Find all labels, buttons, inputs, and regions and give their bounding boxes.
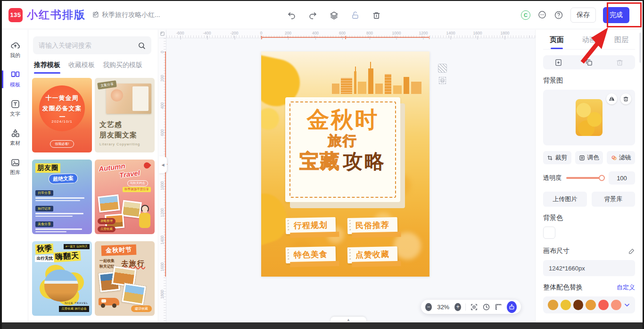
edit-pencil-icon: [92, 11, 99, 19]
poster-tag-itinerary[interactable]: 行程规划: [286, 217, 336, 234]
tab-favorite-templates[interactable]: 收藏模板: [68, 61, 95, 74]
opacity-value[interactable]: 100: [609, 171, 635, 185]
edit-size-icon[interactable]: [628, 248, 635, 254]
template-card-golden-week[interactable]: 十一黄金周 发圈必备文案 2024/10/1 假期必看!: [32, 78, 92, 152]
search-box[interactable]: [33, 36, 151, 54]
delete-icon[interactable]: [372, 10, 381, 20]
upload-image-button[interactable]: 上传图片: [543, 192, 587, 207]
remove-background-icon[interactable]: [620, 93, 631, 104]
templates-icon: [10, 70, 20, 80]
poster-tag-food[interactable]: 特色美食: [286, 246, 336, 263]
feedback-chat-icon[interactable]: [537, 10, 547, 20]
template-card-moments-copy[interactable]: 朋友圈 超绝文案 日常分享 旅行记录 美食分享: [32, 160, 92, 234]
canvas-size-input[interactable]: 1242*1660px: [543, 260, 635, 276]
ruler-corner-icon[interactable]: [159, 30, 166, 38]
search-icon[interactable]: [138, 42, 146, 50]
recolor-label: 整体配色替换: [543, 283, 583, 292]
ruler-label: 400: [312, 31, 319, 35]
nav-item-templates[interactable]: 模板: [2, 65, 28, 93]
zoom-in-button[interactable]: +: [454, 303, 461, 311]
template-card-autumn-outing[interactable]: #一篇文 玩转秋天 秋季 出行无忧 嗨翻天 NICE TRAVEL 点赞收藏 旅…: [32, 241, 92, 316]
nav-item-gallery[interactable]: 图库: [2, 152, 28, 181]
poster-title-line2[interactable]: 旅行: [285, 134, 400, 148]
palette-swatch[interactable]: [548, 300, 558, 310]
opacity-slider[interactable]: [566, 177, 604, 179]
custom-colors-link[interactable]: 自定义: [617, 283, 635, 292]
background-library-button[interactable]: 背景库: [592, 192, 636, 207]
add-page-icon[interactable]: [554, 59, 562, 67]
tab-layers[interactable]: 图层: [614, 35, 628, 49]
cloud-upload-icon: [10, 41, 20, 51]
canvas-toolbar: [287, 1, 381, 29]
ruler-label: 1800: [160, 293, 165, 299]
palette-swatch[interactable]: [586, 300, 596, 310]
ai-assistant-button[interactable]: [507, 301, 517, 313]
nav-item-assets[interactable]: 素材: [2, 123, 28, 152]
done-button[interactable]: 完成: [603, 7, 629, 23]
ruler-label: 1600: [160, 266, 165, 271]
opacity-slider-knob[interactable]: [599, 175, 605, 181]
flip-horizontal-icon[interactable]: [606, 93, 617, 104]
nav-item-mine[interactable]: 我的: [2, 35, 28, 64]
tab-recommended-templates[interactable]: 推荐模板: [34, 61, 60, 74]
tab-page[interactable]: 页面: [550, 35, 564, 49]
undo-icon[interactable]: [287, 10, 296, 20]
transparent-background-icon[interactable]: [438, 64, 447, 73]
ruler-label: 0: [260, 31, 263, 35]
template-card-literary[interactable]: 文案分享 文艺感 朋友圈文案 Literary Copywriting: [95, 78, 155, 152]
horizontal-ruler: -600 -400 -200 0 200 400 600 800 1000 12…: [159, 30, 535, 38]
zoom-out-button[interactable]: −: [425, 303, 432, 311]
nav-item-text[interactable]: 文字: [2, 94, 28, 122]
poster-title-line3[interactable]: 宝藏攻略: [285, 152, 400, 171]
poster-title-line1[interactable]: 金秋时: [285, 109, 400, 131]
palette-swatch[interactable]: [598, 300, 609, 310]
help-icon[interactable]: [554, 10, 563, 20]
palette-swatch[interactable]: [573, 300, 584, 310]
page-image-icon[interactable]: [439, 77, 446, 84]
zoom-toolbar: − 32% +: [421, 300, 521, 314]
palette-swatch[interactable]: [611, 300, 621, 310]
tab-animation[interactable]: 动画: [582, 35, 596, 49]
search-input[interactable]: [39, 42, 138, 49]
window-frame: [0, 0, 644, 1]
filter-button[interactable]: 滤镜: [607, 151, 635, 164]
canvas-area[interactable]: -600 -400 -200 0 200 400 600 800 1000 12…: [159, 30, 535, 322]
filter-icon: [611, 155, 617, 161]
background-color-swatch[interactable]: [543, 227, 555, 239]
header-right-actions: C 保存 完成: [521, 7, 636, 23]
brand-logo[interactable]: 135: [8, 8, 23, 22]
image-icon: [10, 158, 20, 168]
chevron-down-icon[interactable]: [624, 302, 630, 308]
adjust-color-button[interactable]: 调色: [575, 151, 603, 164]
background-thumbnail[interactable]: [576, 99, 603, 136]
save-button[interactable]: 保存: [570, 8, 596, 23]
poster-tag-like-save[interactable]: 点赞收藏: [347, 246, 398, 263]
template-card-golden-autumn[interactable]: 金秋时节 一起收集 秋天记忆 去旅行 建议收藏: [95, 241, 155, 316]
collapse-left-panel-tab[interactable]: ◀: [159, 156, 167, 173]
crop-button[interactable]: 裁剪: [543, 151, 571, 164]
palette-swatch[interactable]: [561, 300, 571, 310]
tab-purchased-templates[interactable]: 我购买的模版: [103, 61, 142, 74]
fit-screen-icon[interactable]: [470, 303, 478, 311]
delete-page-icon[interactable]: [616, 59, 624, 67]
properties-panel: 页面 动画 图层 背景图 裁剪 调色: [535, 30, 643, 322]
panel-scrollbar[interactable]: [639, 33, 642, 63]
unlock-icon[interactable]: [350, 10, 360, 20]
copyright-icon[interactable]: C: [521, 10, 530, 20]
document-name-field[interactable]: 秋季旅行攻略小红...: [92, 11, 160, 19]
duplicate-page-icon[interactable]: [585, 59, 593, 67]
history-clock-icon[interactable]: [482, 303, 490, 311]
canvas-extent-marker: [261, 37, 429, 38]
ruler-label: 1000: [160, 185, 165, 190]
ruler-label: 600: [339, 31, 346, 35]
template-card-autumn-travel[interactable]: Autumn Travel 与秋天约会 秋季旅游干货分享 攻略整理 点赞收藏: [95, 160, 155, 234]
poster-title-card[interactable]: 金秋时 旅行 宝藏攻略: [285, 97, 400, 202]
background-image-label: 背景图: [543, 76, 635, 85]
poster-page[interactable]: 金秋时 旅行 宝藏攻略 行程规划 民俗推荐 特色美食 点赞收藏: [261, 51, 429, 277]
expand-bottom-panel-tab[interactable]: ▲: [330, 317, 366, 322]
ruler-label: 1200: [160, 211, 165, 217]
redo-icon[interactable]: [308, 10, 317, 20]
layers-icon[interactable]: [329, 10, 339, 20]
poster-tag-folk-customs[interactable]: 民俗推荐: [347, 217, 398, 234]
ruler-toggle-icon[interactable]: [495, 303, 503, 311]
